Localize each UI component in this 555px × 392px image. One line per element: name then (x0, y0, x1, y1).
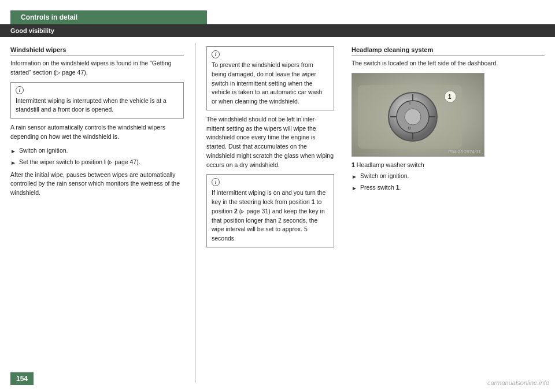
svg-text:|: | (409, 99, 410, 105)
section-header-bar: Controls in detail (10, 10, 207, 24)
right-bullet-text-1: Switch on ignition. (360, 172, 409, 181)
right-arrow-2: ► (352, 184, 357, 193)
left-column: Windshield wipers Information on the win… (10, 43, 184, 383)
svg-text:⊙: ⊙ (408, 126, 411, 130)
caption-text: Headlamp washer switch (357, 161, 424, 168)
headlamp-title: Headlamp cleaning system (352, 46, 545, 56)
caption-number: 1 (352, 161, 355, 168)
bullet-text-1: Switch on ignition. (19, 146, 68, 156)
right-arrow-1: ► (352, 172, 357, 181)
headlamp-svg: | ⊙ 1 (352, 73, 484, 157)
sub-header-bar: Good visibility (0, 24, 555, 37)
right-bullet-1: ► Switch on ignition. (352, 172, 545, 181)
page-number: 154 (10, 372, 34, 385)
watermark: carmanualsonline.info (487, 379, 549, 386)
windshield-wipers-title: Windshield wipers (10, 46, 184, 56)
svg-text:1: 1 (448, 94, 452, 100)
info-box-2-text: To prevent the windshield wipers from be… (212, 61, 329, 106)
arrow-icon-1: ► (10, 147, 16, 156)
rain-sensor-text: A rain sensor automatically controls the… (10, 123, 184, 142)
info-icon-1: i (16, 86, 24, 94)
bullet-text-2: Set the wiper switch to position I (▹ pa… (19, 158, 140, 167)
headlamp-intro: The switch is located on the left side o… (352, 59, 545, 68)
right-bullet-2: ► Press switch 1. (352, 183, 545, 193)
bullet-item-1: ► Switch on ignition. (10, 146, 184, 156)
section-title: Controls in detail (21, 13, 77, 21)
middle-main-text: The windshield should not be left in int… (206, 115, 334, 170)
caption-row: 1 Headlamp washer switch (352, 161, 545, 168)
bullet-item-2: ► Set the wiper switch to position I (▹ … (10, 158, 184, 167)
headlamp-image: | ⊙ 1 P54·25·2974·31 (352, 73, 484, 157)
info-box-1-text: Intermittent wiping is interrupted when … (16, 97, 179, 115)
right-column: Headlamp cleaning system The switch is l… (346, 43, 545, 383)
intro-text: Information on the windshield wipers is … (10, 59, 184, 77)
middle-column: i To prevent the windshield wipers from … (195, 43, 334, 383)
headlamp-image-inner: | ⊙ 1 P54·25·2974·31 (352, 73, 484, 156)
info-box-3-text: If intermittent wiping is on and you tur… (212, 188, 329, 243)
svg-point-4 (405, 109, 421, 125)
info-box-3: i If intermittent wiping is on and you t… (206, 174, 334, 247)
info-icon-2: i (212, 50, 220, 58)
after-bullets-text: After the initial wipe, pauses between w… (10, 171, 184, 198)
subsection-title: Good visibility (10, 27, 54, 34)
info-box-2: i To prevent the windshield wipers from … (206, 46, 334, 110)
arrow-icon-2: ► (10, 158, 16, 167)
info-box-1: i Intermittent wiping is interrupted whe… (10, 82, 184, 119)
info-icon-3: i (212, 178, 220, 186)
right-bullet-text-2: Press switch 1. (360, 183, 401, 193)
image-caption-code: P54·25·2974·31 (449, 149, 482, 154)
